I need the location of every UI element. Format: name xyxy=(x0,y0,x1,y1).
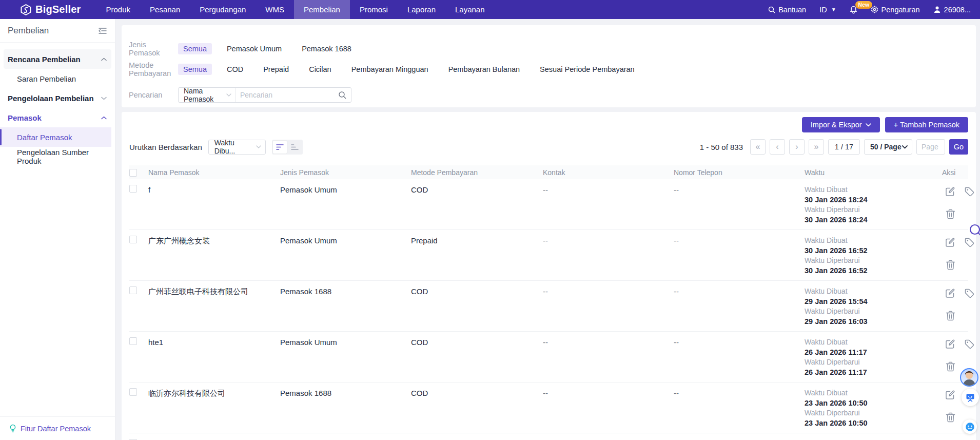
payment-method: COD xyxy=(411,286,543,297)
pagination-range: 1 - 50 of 833 xyxy=(700,143,743,151)
user-menu[interactable]: 26908... xyxy=(933,6,971,14)
search-icon[interactable] xyxy=(337,91,351,99)
filter-option[interactable]: Sesuai Periode Pembayaran xyxy=(535,64,640,75)
brand-name: BigSeller xyxy=(35,4,81,15)
sidebar-item-pengelolaan-sumber-produk[interactable]: Pengelolaan Sumber Produk xyxy=(0,147,111,166)
help-button[interactable]: Bantuan xyxy=(768,6,806,14)
pagination: 1 - 50 of 833 « ‹ › » 1 / 17 50 / Page G… xyxy=(700,139,968,155)
sidebar-item-saran-pembelian[interactable]: Saran Pembelian xyxy=(0,69,111,88)
nav-item-promosi[interactable]: Promosi xyxy=(350,0,398,19)
filter-option[interactable]: Prepaid xyxy=(258,64,294,75)
previous-page-button[interactable]: ‹ xyxy=(770,139,785,155)
sort-field-select[interactable]: Waktu Dibu... xyxy=(208,140,266,155)
notifications-button[interactable]: New xyxy=(850,6,857,14)
supplier-name[interactable]: f xyxy=(148,185,150,195)
supplier-type: Pemasok 1688 xyxy=(280,388,411,398)
go-button[interactable]: Go xyxy=(949,139,968,155)
chat-smiley-icon[interactable] xyxy=(963,419,977,434)
edit-icon[interactable] xyxy=(945,186,955,197)
lightbulb-icon xyxy=(9,424,16,433)
chevron-down-icon xyxy=(256,145,261,148)
filter-option[interactable]: Semua xyxy=(178,64,212,75)
row-checkbox[interactable] xyxy=(129,185,137,193)
page-jump-input[interactable] xyxy=(916,139,945,155)
filter-option[interactable]: COD xyxy=(222,64,248,75)
nav-item-produk[interactable]: Produk xyxy=(96,0,141,19)
row-checkbox[interactable] xyxy=(129,337,137,345)
sort-direction-toggle xyxy=(272,140,303,155)
delete-icon[interactable] xyxy=(946,361,955,372)
collapse-sidebar-icon[interactable] xyxy=(99,27,107,34)
table-row: 临沂亦尔科技有限公司 Pemasok 1688 COD -- -- Waktu … xyxy=(129,382,968,433)
filter-option[interactable]: Pemasok Umum xyxy=(222,43,287,54)
announcement-icon[interactable] xyxy=(962,389,979,406)
updated-label: Waktu Diperbarui xyxy=(805,408,934,418)
delete-icon[interactable] xyxy=(946,311,955,321)
delete-icon[interactable] xyxy=(946,209,955,219)
updated-value: 26 Jan 2026 11:17 xyxy=(805,368,934,378)
filter-option[interactable]: Pembayaran Bulanan xyxy=(443,64,525,75)
supplier-type: Pemasok Umum xyxy=(280,337,411,348)
nav-item-layanan[interactable]: Layanan xyxy=(445,0,495,19)
filter-option[interactable]: Pemasok 1688 xyxy=(297,43,357,54)
settings-button[interactable]: Pengaturan xyxy=(871,6,920,14)
language-selector[interactable]: ID ▼ xyxy=(819,6,836,14)
filter-option[interactable]: Semua xyxy=(178,43,212,54)
row-checkbox[interactable] xyxy=(129,286,137,294)
nav-item-pergudangan[interactable]: Pergudangan xyxy=(190,0,256,19)
nav-item-pembelian[interactable]: Pembelian xyxy=(294,0,350,19)
floating-search-icon[interactable] xyxy=(968,223,980,240)
nav-right: Bantuan ID ▼ New Pengaturan 26908... xyxy=(768,6,980,14)
sidebar-section-pemasok[interactable]: Pemasok xyxy=(4,108,111,127)
page-size-select[interactable]: 50 / Page xyxy=(864,139,912,155)
select-all-checkbox[interactable] xyxy=(129,169,137,177)
nav-item-pesanan[interactable]: Pesanan xyxy=(140,0,190,19)
add-supplier-button[interactable]: + Tambah Pemasok xyxy=(885,117,968,132)
delete-icon[interactable] xyxy=(946,412,955,423)
contact-value: -- xyxy=(543,337,674,348)
filter-options-metode: SemuaCODPrepaidCicilanPembayaran Minggua… xyxy=(178,64,640,75)
sort-label: Urutkan Berdasarkan xyxy=(129,143,202,151)
time-cell: Waktu Dibuat 29 Jan 2026 15:54 Waktu Dip… xyxy=(805,286,934,327)
edit-icon[interactable] xyxy=(945,288,955,298)
last-page-button[interactable]: » xyxy=(809,139,824,155)
search-field-select[interactable]: Nama Pemasok xyxy=(179,88,236,102)
column-header-nomor-telepon: Nomor Telepon xyxy=(674,168,805,177)
sidebar-item-daftar-pemasok[interactable]: Daftar Pemasok xyxy=(0,127,111,147)
edit-icon[interactable] xyxy=(945,339,955,349)
next-page-button[interactable]: › xyxy=(789,139,805,155)
tag-icon[interactable] xyxy=(964,288,975,299)
filter-option[interactable]: Pembayaran Mingguan xyxy=(346,64,434,75)
brand-logo[interactable]: BigSeller xyxy=(0,4,96,15)
sort-pagination-row: Urutkan Berdasarkan Waktu Dibu... 1 - 50… xyxy=(129,139,968,155)
sort-descending-button[interactable] xyxy=(273,141,287,154)
sidebar-section-rencana-pembelian[interactable]: Rencana Pembelian xyxy=(4,49,111,69)
tag-icon[interactable] xyxy=(964,186,975,197)
support-avatar[interactable] xyxy=(960,368,978,387)
sort-ascending-button[interactable] xyxy=(288,141,302,154)
sidebar-section-pengelolaan-pembelian[interactable]: Pengelolaan Pembelian xyxy=(4,88,111,108)
sidebar-footer-link[interactable]: Fitur Daftar Pemasok xyxy=(0,416,115,440)
row-checkbox[interactable] xyxy=(129,388,137,396)
supplier-name[interactable]: 广州菲丝联电子科技有限公司 xyxy=(148,286,248,297)
search-input[interactable] xyxy=(236,91,337,99)
import-export-button[interactable]: Impor & Ekspor xyxy=(802,117,880,132)
first-page-button[interactable]: « xyxy=(750,139,766,155)
edit-icon[interactable] xyxy=(945,390,955,400)
updated-value: 29 Jan 2026 16:03 xyxy=(805,317,934,327)
tag-icon[interactable] xyxy=(964,339,975,350)
nav-item-wms[interactable]: WMS xyxy=(256,0,294,19)
delete-icon[interactable] xyxy=(946,260,955,270)
row-checkbox[interactable] xyxy=(129,236,137,243)
nav-item-laporan[interactable]: Laporan xyxy=(398,0,445,19)
updated-label: Waktu Diperbarui xyxy=(805,307,934,317)
phone-value: -- xyxy=(674,286,805,297)
supplier-name[interactable]: 临沂亦尔科技有限公司 xyxy=(148,388,225,398)
top-navbar: BigSeller ProdukPesananPergudanganWMSPem… xyxy=(0,0,980,19)
filter-option[interactable]: Cicilan xyxy=(304,64,337,75)
supplier-type: Pemasok 1688 xyxy=(280,286,411,297)
supplier-name[interactable]: hte1 xyxy=(148,337,163,348)
edit-icon[interactable] xyxy=(945,237,955,247)
supplier-name[interactable]: 广东广州概念女装 xyxy=(148,236,210,246)
filter-label-jenis: Jenis Pemasok xyxy=(129,41,178,57)
